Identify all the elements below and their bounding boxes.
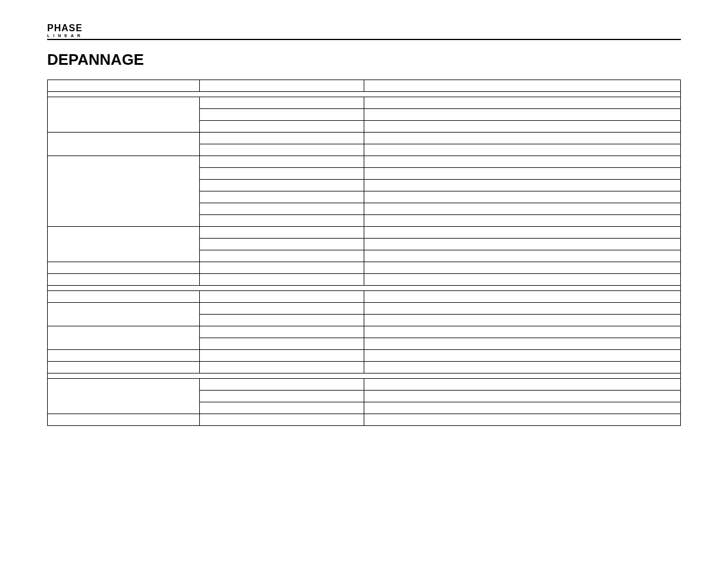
- table-cell-group: [48, 291, 200, 303]
- table-cell: [364, 97, 680, 109]
- table-header-cell: [364, 80, 680, 92]
- table-cell: [364, 239, 680, 250]
- table-separator-cell: [48, 373, 681, 379]
- header-bar: PHASE LINEAR: [47, 24, 681, 40]
- table-row: [48, 156, 681, 168]
- table-cell-group: [48, 326, 200, 350]
- table-cell-group: [48, 156, 200, 227]
- table-row: [48, 414, 681, 426]
- table-cell: [364, 291, 680, 303]
- table-cell: [364, 227, 680, 239]
- table-cell-group: [48, 274, 200, 286]
- table-cell: [199, 362, 364, 373]
- table-cell: [364, 156, 680, 168]
- table-header-cell: [48, 80, 200, 92]
- table-cell: [364, 274, 680, 286]
- table-cell-group: [48, 262, 200, 274]
- table-cell: [364, 303, 680, 315]
- table-cell: [199, 203, 364, 215]
- table-cell: [199, 350, 364, 362]
- page-title: DEPANNAGE: [47, 51, 681, 69]
- table-cell: [364, 350, 680, 362]
- table-cell: [199, 239, 364, 250]
- logo-bottom-text: LINEAR: [47, 34, 84, 38]
- table-row: [48, 262, 681, 274]
- table-cell: [364, 203, 680, 215]
- table-cell: [199, 227, 364, 239]
- table-row: [48, 303, 681, 315]
- table-cell: [199, 180, 364, 191]
- table-cell-group: [48, 414, 200, 426]
- table-row: [48, 274, 681, 286]
- table-row: [48, 133, 681, 144]
- table-cell: [364, 262, 680, 274]
- table-row: [48, 227, 681, 239]
- table-cell: [364, 109, 680, 121]
- table-cell: [199, 250, 364, 262]
- logo-top-text: PHASE: [47, 24, 84, 33]
- page: PHASE LINEAR DEPANNAGE: [0, 0, 728, 461]
- table-cell: [199, 191, 364, 203]
- table-cell-group: [48, 362, 200, 373]
- table-cell: [199, 168, 364, 180]
- table-cell: [364, 402, 680, 414]
- table-cell: [364, 168, 680, 180]
- table-cell: [199, 303, 364, 315]
- table-row: [48, 350, 681, 362]
- table-cell: [199, 144, 364, 156]
- table-cell-group: [48, 227, 200, 262]
- table-cell: [364, 379, 680, 391]
- table-cell: [364, 315, 680, 326]
- table-cell-group: [48, 97, 200, 133]
- brand-logo: PHASE LINEAR: [47, 24, 84, 38]
- table-separator-row: [48, 92, 681, 97]
- table-cell: [199, 315, 364, 326]
- table-cell: [199, 109, 364, 121]
- table-cell: [364, 250, 680, 262]
- table-separator-row: [48, 373, 681, 379]
- table-header-cell: [199, 80, 364, 92]
- table-cell: [364, 215, 680, 227]
- table-cell: [199, 274, 364, 286]
- table-row: [48, 379, 681, 391]
- table-cell: [364, 362, 680, 373]
- table-cell: [199, 262, 364, 274]
- table-cell: [199, 391, 364, 402]
- table-cell-group: [48, 303, 200, 326]
- table-cell: [199, 338, 364, 350]
- table-cell: [364, 121, 680, 133]
- table-cell: [199, 97, 364, 109]
- table-cell: [199, 156, 364, 168]
- table-cell: [199, 121, 364, 133]
- table-cell: [199, 326, 364, 338]
- table-row: [48, 326, 681, 338]
- table-header-row: [48, 80, 681, 92]
- table-row: [48, 97, 681, 109]
- table-row: [48, 362, 681, 373]
- table-cell: [199, 291, 364, 303]
- table-cell-group: [48, 350, 200, 362]
- table-separator-cell: [48, 92, 681, 97]
- table-cell: [199, 402, 364, 414]
- table-cell: [364, 326, 680, 338]
- table-cell: [199, 215, 364, 227]
- table-cell-group: [48, 379, 200, 414]
- table-cell: [199, 379, 364, 391]
- table-row: [48, 291, 681, 303]
- troubleshooting-table: [47, 80, 681, 426]
- table-cell: [364, 191, 680, 203]
- table-cell-group: [48, 133, 200, 156]
- table-cell: [364, 391, 680, 402]
- table-cell: [199, 414, 364, 426]
- table-cell: [199, 133, 364, 144]
- table-cell: [364, 144, 680, 156]
- table-cell: [364, 414, 680, 426]
- table-cell: [364, 180, 680, 191]
- table-separator-row: [48, 286, 681, 291]
- table-separator-cell: [48, 286, 681, 291]
- table-cell: [364, 133, 680, 144]
- table-cell: [364, 338, 680, 350]
